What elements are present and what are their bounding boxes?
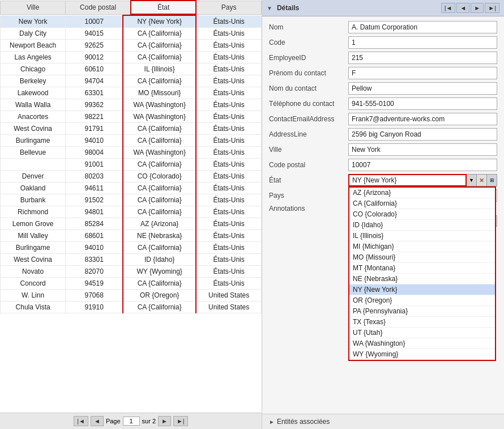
- field-row: ContactEmailAddressFrank7@adventure-work…: [269, 113, 497, 125]
- etat-cell: IL {Illinois}: [123, 63, 196, 75]
- table-row[interactable]: W. Linn97068OR {Oregon}United States: [1, 290, 262, 301]
- table-row[interactable]: Newport Beach92625CA {California}États-U…: [1, 40, 262, 52]
- etat-cell: WY {Wyoming}: [123, 266, 196, 278]
- etat-dropdown-arrow[interactable]: ▼: [467, 174, 477, 186]
- dropdown-option[interactable]: OR {Oregon}: [349, 295, 495, 306]
- etat-cell: WA {Washington}: [123, 147, 196, 159]
- dropdown-option[interactable]: NE {Nebraska}: [349, 274, 495, 284]
- dropdown-option[interactable]: AZ {Arizona}: [349, 188, 495, 198]
- last-page-btn[interactable]: ►|: [173, 416, 188, 426]
- table-row[interactable]: West Covina91791CA {California}États-Uni…: [1, 123, 262, 135]
- panel-header: ▼ Détails |◄ ◄ ► ►|: [262, 0, 504, 16]
- dropdown-option[interactable]: CO {Colorado}: [349, 209, 495, 220]
- table-row[interactable]: Mill Valley68601NE {Nebraska}États-Unis: [1, 230, 262, 242]
- etat-cell: OR {Oregon}: [123, 290, 196, 301]
- field-value[interactable]: 215: [348, 52, 497, 64]
- table-row[interactable]: Lakewood63301MO {Missouri}États-Unis: [1, 87, 262, 99]
- table-row[interactable]: Las Angeles90012CA {California}États-Uni…: [1, 52, 262, 63]
- field-value[interactable]: F: [348, 67, 497, 79]
- nav-next-btn[interactable]: ►: [471, 3, 484, 13]
- table-row[interactable]: Anacortes98221WA {Washington}États-Unis: [1, 111, 262, 123]
- dropdown-option[interactable]: WY {Wyoming}: [349, 349, 495, 360]
- page-input[interactable]: [123, 417, 140, 426]
- field-row: NomA. Datum Corporation: [269, 21, 497, 33]
- panel-title: Détails: [277, 4, 299, 12]
- table-row[interactable]: Chula Vista91910CA {California}United St…: [1, 301, 262, 313]
- etat-cell: CA {California}: [123, 40, 196, 52]
- field-value[interactable]: A. Datum Corporation: [348, 21, 497, 33]
- dropdown-option[interactable]: WA {Washington}: [349, 338, 495, 349]
- field-value[interactable]: 2596 big Canyon Road: [348, 128, 497, 141]
- table-row[interactable]: New York10007NY {New York}États-Unis: [1, 15, 262, 28]
- nav-prev-btn[interactable]: ◄: [456, 3, 469, 13]
- etat-input[interactable]: NY {New York}: [348, 174, 467, 186]
- prev-page-btn[interactable]: ◄: [91, 416, 104, 426]
- dropdown-option[interactable]: TX {Texas}: [349, 317, 495, 328]
- etat-label: État: [269, 176, 348, 184]
- dropdown-option[interactable]: CA {California}: [349, 198, 495, 209]
- field-row: Nom du contactPellow: [269, 82, 497, 95]
- field-value[interactable]: 10007: [348, 159, 497, 171]
- dropdown-option[interactable]: IL {Illinois}: [349, 231, 495, 241]
- table-row[interactable]: Concord94519CA {California}États-Unis: [1, 278, 262, 290]
- table-row[interactable]: Richmond94801CA {California}États-Unis: [1, 206, 262, 218]
- etat-cell: MO {Missouri}: [123, 87, 196, 99]
- field-value[interactable]: New York: [348, 143, 497, 156]
- entites-header: ► Entités associées: [269, 418, 497, 426]
- next-page-btn[interactable]: ►: [158, 416, 171, 426]
- etat-cell: NY {New York}: [123, 15, 196, 28]
- right-panel: ▼ Détails |◄ ◄ ► ►| NomA. Datum Corporat…: [262, 0, 504, 429]
- etat-cell: CA {California}: [123, 135, 196, 147]
- table-row[interactable]: Chicago60610IL {Illinois}États-Unis: [1, 63, 262, 75]
- etat-clear-btn[interactable]: ✕: [477, 174, 487, 186]
- table-scroll[interactable]: New York10007NY {New York}États-UnisDaly…: [0, 15, 262, 413]
- dropdown-option[interactable]: NY {New York}: [349, 284, 495, 295]
- table-row[interactable]: Burlingame94010CA {California}États-Unis: [1, 242, 262, 254]
- table-row[interactable]: 91001CA {California}États-Unis: [1, 159, 262, 171]
- table-row[interactable]: West Covina83301ID {Idaho}États-Unis: [1, 254, 262, 266]
- field-row: Code1: [269, 36, 497, 49]
- table-row[interactable]: Walla Walla99362WA {Washington}États-Uni…: [1, 99, 262, 111]
- first-page-btn[interactable]: |◄: [74, 416, 88, 426]
- dropdown-option[interactable]: ID {Idaho}: [349, 220, 495, 231]
- etat-cell: AZ {Arizona}: [123, 218, 196, 230]
- etat-cell: WA {Washington}: [123, 111, 196, 123]
- table-row[interactable]: Oakland94611CA {California}États-Unis: [1, 182, 262, 194]
- table-row[interactable]: Denver80203CO {Colorado}États-Unis: [1, 171, 262, 182]
- table-row[interactable]: Bellevue98004WA {Washington}États-Unis: [1, 147, 262, 159]
- field-row: Téléphone du contact941-555-0100: [269, 97, 497, 110]
- field-value[interactable]: Frank7@adventure-works.com: [348, 113, 497, 125]
- nav-last-btn[interactable]: ►|: [485, 3, 499, 13]
- dropdown-option[interactable]: MT {Montana}: [349, 263, 495, 274]
- etat-cell: CA {California}: [123, 301, 196, 313]
- table-row[interactable]: Berkeley94704CA {California}États-Unis: [1, 75, 262, 87]
- field-value[interactable]: 941-555-0100: [348, 97, 497, 110]
- field-value[interactable]: 1: [348, 36, 497, 49]
- table-row[interactable]: Burlingame94010CA {California}États-Unis: [1, 135, 262, 147]
- field-value[interactable]: Pellow: [348, 82, 497, 95]
- dropdown-option[interactable]: UT {Utah}: [349, 328, 495, 338]
- pagination-bar: |◄ ◄ Page sur 2 ► ►|: [0, 413, 262, 429]
- table-row[interactable]: Daly City94015CA {California}États-Unis: [1, 28, 262, 40]
- dropdown-option[interactable]: MI {Michigan}: [349, 241, 495, 252]
- dropdown-option[interactable]: PA {Pennsylvania}: [349, 306, 495, 317]
- details-content: NomA. Datum CorporationCode1EmployeeID21…: [262, 16, 504, 414]
- etat-cell: CA {California}: [123, 206, 196, 218]
- dropdown-list[interactable]: AZ {Arizona}CA {California}CO {Colorado}…: [348, 186, 496, 361]
- field-label: Nom: [269, 23, 348, 31]
- field-label: EmployeeID: [269, 54, 348, 62]
- nav-first-btn[interactable]: |◄: [441, 3, 456, 13]
- etat-cell: CO {Colorado}: [123, 171, 196, 182]
- entites-label: Entités associées: [277, 418, 330, 426]
- table-row[interactable]: Burbank91502CA {California}États-Unis: [1, 194, 262, 206]
- etat-dropdown[interactable]: NY {New York} ▼ ✕ ⊞: [348, 174, 497, 186]
- table-row[interactable]: Lemon Grove85284AZ {Arizona}États-Unis: [1, 218, 262, 230]
- col-ville: Ville: [1, 1, 66, 14]
- table-row[interactable]: Novato82070WY {Wyoming}États-Unis: [1, 266, 262, 278]
- etat-cell: CA {California}: [123, 194, 196, 206]
- field-row: Code postal10007: [269, 159, 497, 171]
- dropdown-option[interactable]: MO {Missouri}: [349, 252, 495, 263]
- etat-extra-btn[interactable]: ⊞: [487, 174, 497, 186]
- data-table-body: New York10007NY {New York}États-UnisDaly…: [0, 15, 262, 313]
- bottom-section: ► Entités associées: [262, 414, 504, 429]
